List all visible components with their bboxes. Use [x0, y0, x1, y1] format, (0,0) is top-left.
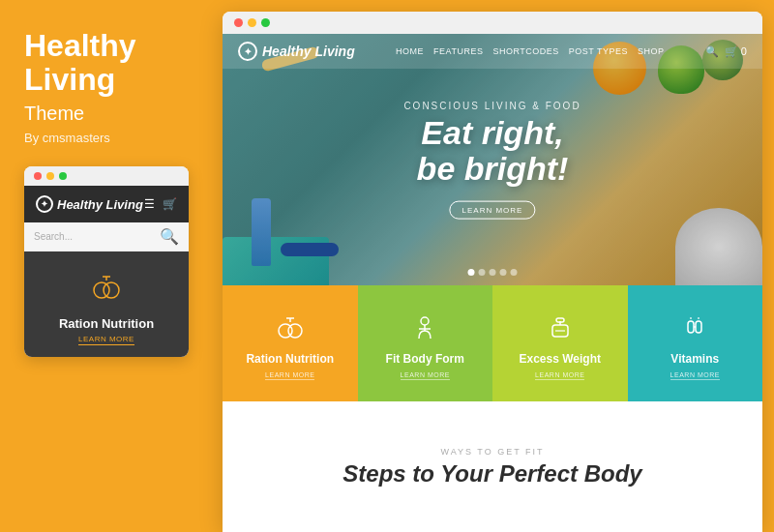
mobile-card-title: Ration Nutrition — [59, 316, 154, 331]
mobile-search-bar[interactable]: Search... 🔍 — [24, 222, 189, 251]
browser-titlebar — [223, 12, 762, 34]
mobile-learn-more[interactable]: LEARN MORE — [78, 335, 134, 345]
hero-dot-5[interactable] — [511, 269, 518, 276]
svg-rect-13 — [556, 318, 564, 322]
excess-learn-more[interactable]: LEARN MORE — [535, 371, 584, 380]
hero-dot-3[interactable] — [490, 269, 496, 276]
mobile-card-content: Ration Nutrition LEARN MORE — [24, 251, 189, 357]
feature-card-ration[interactable]: Ration Nutrition LEARN MORE — [223, 285, 358, 401]
dot-red — [34, 172, 42, 180]
hero-dot-2[interactable] — [479, 269, 486, 276]
ration-card-title: Ration Nutrition — [246, 352, 334, 366]
dot-yellow — [46, 172, 54, 180]
hero-section: ✦ Healthy Living HOME FEATURES SHORTCODE… — [223, 34, 762, 285]
hero-text-block: Conscious Living & Food Eat right, be br… — [403, 101, 580, 220]
nav-home[interactable]: HOME — [396, 46, 424, 56]
hero-title: Eat right, be bright! — [403, 115, 580, 188]
mobile-logo: ✦ Healthy Living — [36, 195, 143, 213]
left-panel: Healthy Living Theme By cmsmasters ✦ Hea… — [0, 0, 223, 532]
excess-icon — [545, 311, 576, 346]
search-icon: 🔍 — [160, 227, 179, 246]
site-logo-icon: ✦ — [238, 42, 257, 61]
nav-cart-icon[interactable]: 🛒 0 — [725, 45, 747, 58]
vitamins-learn-more[interactable]: LEARN MORE — [670, 371, 720, 380]
feature-card-fit[interactable]: Fit Body Form LEARN MORE — [358, 285, 493, 401]
excess-card-title: Excess Weight — [520, 352, 601, 366]
site-nav: ✦ Healthy Living HOME FEATURES SHORTCODE… — [223, 34, 762, 69]
hero-subtext: Conscious Living & Food — [403, 101, 580, 111]
fit-learn-more[interactable]: LEARN MORE — [401, 371, 450, 380]
svg-rect-15 — [688, 321, 694, 333]
svg-point-1 — [104, 282, 119, 298]
browser-mockup: ✦ Healthy Living HOME FEATURES SHORTCODE… — [223, 12, 762, 532]
mobile-mockup: ✦ Healthy Living ☰ 🛒 Search... 🔍 Ration — [24, 166, 189, 357]
browser-dot-green — [261, 18, 270, 27]
author-label: By cmsmasters — [24, 131, 198, 145]
svg-point-0 — [94, 282, 109, 298]
theme-subtitle: Theme — [24, 103, 198, 125]
vitamins-card-title: Vitamins — [670, 352, 719, 366]
browser-dot-yellow — [248, 18, 256, 27]
site-logo: ✦ Healthy Living — [238, 42, 355, 61]
svg-rect-16 — [696, 321, 701, 333]
cart-icon: 🛒 — [163, 197, 177, 211]
nav-shortcodes[interactable]: SHORTCODES — [492, 46, 558, 56]
hero-dot-1[interactable] — [468, 269, 475, 276]
mobile-nav: ✦ Healthy Living ☰ 🛒 — [24, 186, 189, 222]
hamburger-icon: ☰ — [144, 197, 155, 211]
site-nav-icons: 🔍 🛒 0 — [705, 45, 747, 58]
feature-cards: Ration Nutrition LEARN MORE Fit Body For… — [223, 285, 762, 401]
steps-title: Steps to Your Perfect Body — [342, 460, 641, 488]
fit-icon — [409, 311, 440, 346]
ways-label: WAYS TO GET FIT — [440, 447, 544, 457]
nav-post-types[interactable]: POST TYPES — [569, 46, 628, 56]
mobile-ration-icon — [89, 269, 124, 310]
hero-dots — [468, 269, 518, 276]
feature-card-excess[interactable]: Excess Weight LEARN MORE — [492, 285, 628, 401]
mobile-titlebar — [24, 166, 189, 186]
site-nav-links: HOME FEATURES SHORTCODES POST TYPES SHOP — [396, 46, 664, 56]
hero-dot-4[interactable] — [500, 269, 507, 276]
browser-dot-red — [234, 18, 243, 27]
svg-point-5 — [288, 324, 302, 338]
nav-features[interactable]: FEATURES — [433, 46, 483, 56]
nav-search-icon[interactable]: 🔍 — [705, 45, 719, 58]
ration-learn-more[interactable]: LEARN MORE — [265, 371, 314, 380]
theme-title: Healthy Living — [24, 29, 198, 97]
fit-card-title: Fit Body Form — [386, 352, 464, 366]
feature-card-vitamins[interactable]: Vitamins LEARN MORE — [628, 285, 763, 401]
bottom-section: WAYS TO GET FIT Steps to Your Perfect Bo… — [223, 401, 762, 532]
nav-shop[interactable]: SHOP — [638, 46, 665, 56]
search-placeholder-text: Search... — [34, 231, 73, 242]
mobile-logo-icon: ✦ — [36, 195, 53, 213]
vitamins-icon — [679, 311, 710, 346]
dot-green — [59, 172, 67, 180]
hero-learn-more-button[interactable]: LEARN MORE — [450, 200, 536, 219]
ration-icon — [275, 311, 306, 346]
mobile-nav-icons: ☰ 🛒 — [144, 197, 177, 211]
svg-point-8 — [421, 317, 429, 325]
